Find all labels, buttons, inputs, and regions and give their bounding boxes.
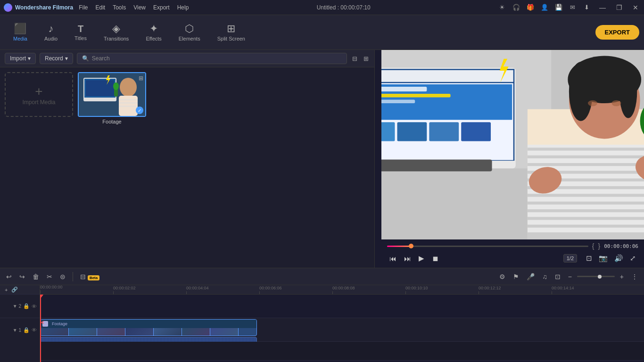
zoom-slider[interactable] [577, 276, 615, 277]
add-track-button[interactable]: + [3, 287, 9, 293]
timeline-right-tools: ⚙ ⚑ 🎤 ♫ ⊡ − + ⋮ [497, 272, 640, 282]
delete-button[interactable]: 🗑 [30, 272, 41, 282]
svg-point-46 [588, 100, 597, 107]
toolbar-titles[interactable]: T Titles [66, 20, 95, 45]
download-icon[interactable]: ⬇ [583, 4, 591, 11]
footage-thumb-inner [79, 73, 145, 116]
close-button[interactable]: ✕ [631, 4, 640, 11]
mail-icon[interactable]: ✉ [569, 4, 577, 11]
record-dropdown[interactable]: Record ▾ [40, 53, 73, 64]
menu-export[interactable]: Export [153, 4, 170, 11]
media-grid: + Import Media [0, 67, 374, 268]
skip-back-button[interactable]: ⏮ [387, 253, 399, 264]
toolbar-transitions[interactable]: ◈ Transitions [95, 20, 137, 45]
menu-view[interactable]: View [133, 4, 146, 11]
pip-icon[interactable]: ⊡ [553, 272, 563, 282]
stop-button[interactable]: ⏹ [429, 253, 441, 264]
bracket-left-icon[interactable]: { [592, 242, 594, 250]
track-v1-eye-icon[interactable]: 👁 [32, 327, 37, 333]
volume-button[interactable]: 🔊 [612, 253, 626, 264]
filter-icon[interactable]: ⊟ [351, 55, 358, 62]
toolbar-effects[interactable]: ✦ Effects [137, 20, 170, 45]
gift-icon[interactable]: 🎁 [527, 4, 534, 11]
music-icon[interactable]: ♫ [540, 272, 550, 282]
svg-rect-36 [528, 194, 644, 197]
playhead[interactable] [40, 295, 41, 362]
zoom-thumb [598, 275, 602, 279]
titlebar: Wondershare Filmora File Edit Tools View… [0, 0, 644, 15]
toolbar-separator [73, 272, 73, 281]
flag-icon[interactable]: ⚑ [511, 272, 521, 282]
svg-rect-25 [429, 122, 459, 141]
import-media-placeholder[interactable]: + Import Media [5, 72, 73, 117]
save-icon[interactable]: 💾 [555, 4, 562, 11]
svg-rect-8 [119, 106, 138, 107]
search-icon: 🔍 [82, 55, 89, 62]
step-back-button[interactable]: ⏭ [402, 253, 413, 264]
search-box[interactable]: 🔍 Search [77, 53, 347, 64]
full-screen-button[interactable]: ⊡ [584, 253, 594, 264]
scissors-icon: ✂ [40, 318, 44, 327]
svg-rect-38 [528, 209, 644, 212]
video-track-2 [40, 295, 644, 318]
undo-button[interactable]: ↩ [4, 272, 14, 282]
redo-button[interactable]: ↪ [17, 272, 27, 282]
media-item-footage[interactable]: ⊞ ✓ Footage [78, 72, 146, 263]
snapshot-button[interactable]: 📷 [596, 253, 610, 264]
quality-select[interactable]: 1/2 [563, 254, 577, 263]
elements-icon: ⬡ [185, 24, 194, 34]
track-v1-lock-icon[interactable]: 🔒 [23, 327, 30, 333]
clip-frame-1 [41, 328, 69, 336]
clip-frame-5 [154, 328, 182, 336]
settings-icon[interactable]: ⚙ [497, 272, 508, 282]
cut-button[interactable]: ✂ [44, 272, 55, 282]
user-icon[interactable]: 👤 [541, 4, 548, 11]
link-track-button[interactable]: 🔗 [9, 286, 20, 293]
toolbar-elements[interactable]: ⬡ Elements [170, 20, 209, 45]
minimize-button[interactable]: — [597, 4, 608, 11]
toolbar-audio[interactable]: ♪ Audio [36, 20, 66, 45]
track-v2-lock-icon[interactable]: 🔒 [23, 303, 30, 309]
preview-panel: { } 00:00:00:06 ⏮ ⏭ ▶ ⏹ 1/2 ⊡ 📷 🔊 ⤢ [381, 50, 644, 268]
menu-file[interactable]: File [79, 4, 88, 11]
zoom-in-button[interactable]: + [618, 272, 626, 282]
plus-icon: + [35, 84, 42, 99]
track-v2-eye-icon[interactable]: 👁 [32, 304, 37, 309]
svg-point-44 [569, 62, 593, 121]
play-button[interactable]: ▶ [416, 253, 427, 264]
grid-view-icon[interactable]: ⊞ [362, 55, 370, 62]
timeline-main[interactable]: 00:00:00:00 00:00:02:02 00:00:04:04 00:0… [40, 285, 644, 362]
time-display: 00:00:00:06 [604, 243, 638, 249]
marker-button[interactable]: ⊟ Beta [78, 272, 102, 282]
fullscreen-timeline-button[interactable]: ⋮ [629, 272, 640, 282]
headphone-icon[interactable]: 🎧 [512, 4, 520, 11]
menu-help[interactable]: Help [177, 4, 189, 11]
export-button[interactable]: EXPORT [595, 25, 639, 40]
svg-point-4 [120, 78, 137, 97]
mic-icon[interactable]: 🎤 [524, 272, 537, 282]
maximize-button[interactable]: ❐ [614, 4, 624, 11]
toolbar-titles-label: Titles [74, 35, 87, 41]
playhead-top [40, 295, 43, 298]
svg-rect-32 [528, 163, 644, 166]
adjust-button[interactable]: ⊜ [58, 272, 68, 282]
toolbar-media[interactable]: ⬛ Media [5, 20, 36, 45]
toolbar-split-screen[interactable]: ⊞ Split Screen [209, 20, 254, 45]
zoom-fit-button[interactable]: ⤢ [627, 253, 638, 264]
effects-icon: ✦ [149, 24, 158, 34]
svg-rect-17 [381, 70, 513, 82]
zoom-out-button[interactable]: − [566, 272, 574, 282]
menu-bar: File Edit Tools View Export Help [79, 4, 189, 11]
footage-clip[interactable]: Footage [40, 319, 257, 336]
video-track-1: Footage [40, 318, 644, 342]
toolbar-elements-label: Elements [179, 36, 200, 41]
bracket-right-icon[interactable]: } [598, 242, 600, 250]
menu-edit[interactable]: Edit [95, 4, 105, 11]
sun-icon[interactable]: ☀ [498, 4, 506, 11]
empty-track [40, 342, 644, 361]
menu-tools[interactable]: Tools [113, 4, 126, 11]
svg-point-45 [619, 65, 637, 118]
import-dropdown[interactable]: Import ▾ [5, 53, 36, 64]
playback-slider[interactable] [387, 246, 588, 247]
media-toolbar: Import ▾ Record ▾ 🔍 Search ⊟ ⊞ [0, 50, 374, 67]
